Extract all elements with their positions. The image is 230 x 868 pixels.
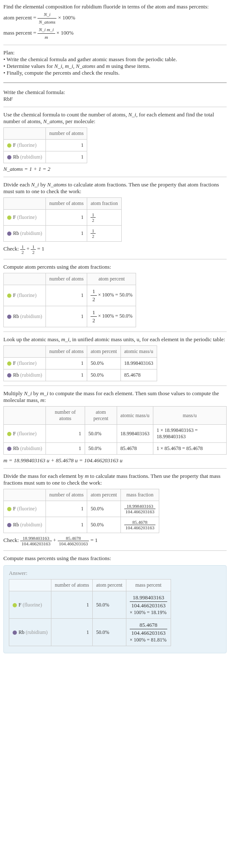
col-header: number of atoms [46,407,85,425]
atom-fraction-step: Divide each N_i by N_atoms to calculate … [3,181,227,255]
element-dot-icon [7,432,11,436]
eq2-rhs: × 100% [56,30,74,36]
element-dot-icon [13,603,17,607]
table-row: F (fluorine) 1 12 × 100% = 50.0% [4,285,136,306]
atom-percent-table: number of atomsatom percent F (fluorine)… [3,273,136,327]
divider [3,550,227,551]
answer-table: number of atomsatom percentmass percent … [9,579,171,646]
answer-label: Answer: [9,570,221,577]
intro-text: Find the elemental composition for rubid… [3,3,227,40]
check-line: Check: 18.998403163104.466203163 + 85.46… [3,536,227,546]
col-header: number of atoms [51,580,93,591]
eq1-num: N_i [44,12,51,17]
atoms-table: number of atoms F (fluorine) 1 Rb (rubid… [3,127,87,163]
intro-title: Find the elemental composition for rubid… [3,3,227,10]
col-header: atom percent [87,273,136,285]
element-dot-icon [7,294,11,298]
table-row: Rb (rubidium) 1 50.0% 85.4678 [4,369,157,381]
divider [3,45,227,45]
table-row: F (fluorine) 1 50.0% 18.998403163104.466… [9,591,171,619]
answer-box: Answer: number of atomsatom percentmass … [3,565,227,653]
col-header: number of atoms [46,273,87,285]
divider-heavy [3,82,227,83]
n-atoms-equation: N_atoms = 1 + 1 = 2 [3,166,227,173]
atom-fraction-table: number of atomsatom fraction F (fluorine… [3,197,122,242]
atom-percent-formula: atom percent = N_i N_atoms × 100% [3,11,227,25]
table-row: F (fluorine) 1 50.0% 18.998403163 1 × 18… [4,425,227,443]
table-row: F (fluorine) 1 50.0% 18.998403163104.466… [4,501,159,517]
col-header: atomic mass/u [120,346,157,358]
element-dot-icon [7,523,11,527]
divider [3,468,227,469]
atomic-mass-step: Look up the atomic mass, m_i, in unified… [3,336,227,381]
col-header: atom fraction [87,198,121,210]
col-header: mass/u [153,407,226,425]
eq1-rhs: × 100% [58,14,75,21]
divider [3,385,227,386]
table-row: Rb (rubidium) 1 50.0% 85.4678104.4662031… [9,619,171,646]
mass-fraction-step: Divide the mass for each element by m to… [3,473,227,546]
table-row: Rb (rubidium) 1 12 [4,226,122,242]
eq1-lhs: atom percent = [3,14,37,21]
divider [3,177,227,177]
col-header: number of atoms [46,489,87,501]
step-text: Use the chemical formula to count the nu… [3,111,227,125]
molecular-mass-equation: m = 18.998403163 u + 85.4678 u = 104.466… [3,457,227,464]
element-dot-icon [7,232,11,236]
col-header: number of atoms [46,128,87,140]
chemical-formula: RbF [3,96,227,102]
step-label: Write the chemical formula: [3,89,227,96]
col-header: atom percent [93,580,126,591]
col-header: number of atoms [46,198,87,210]
step-text: Compute mass percents using the mass fra… [3,555,227,562]
cell-value: 1 [46,151,87,163]
mass-compute-table: number of atomsatom percentatomic mass/u… [3,406,227,455]
table-row: Rb (rubidium) 1 50.0% 85.4678 1 × 85.467… [4,443,227,455]
element-dot-icon [7,507,11,511]
mass-percent-formula: mass percent = N_i m_i m × 100% [3,26,227,40]
divider [3,107,227,107]
eq1-frac: N_i N_atoms [37,11,56,25]
eq2-den: m [45,35,48,40]
element-dot-icon [13,631,17,635]
count-atoms-step: Use the chemical formula to count the nu… [3,111,227,173]
step-text: Compute atom percents using the atom fra… [3,264,227,270]
element-dot-icon [7,447,11,451]
table-row: Rb (rubidium) 1 50.0% 85.4678104.4662031… [4,517,159,533]
element-dot-icon [7,361,11,366]
table-row: F (fluorine) 1 12 [4,210,122,226]
table-row: F (fluorine) 1 [4,140,87,151]
divider [3,332,227,332]
eq2-num: N_i m_i [39,27,53,32]
step-text: Look up the atomic mass, m_i, in unified… [3,336,227,343]
eq2-lhs: mass percent = [3,30,37,36]
plan-heading: Plan: [3,49,227,56]
col-header: atom percent [87,346,120,358]
chemical-formula-step: Write the chemical formula: RbF [3,89,227,102]
plan-bullet: • Write the chemical formula and gather … [3,56,227,63]
atomic-mass-table: number of atomsatom percentatomic mass/u… [3,345,157,381]
plan-section: Plan: • Write the chemical formula and g… [3,49,227,76]
cell-value: 1 [46,140,87,151]
eq1-den: N_atoms [39,19,55,24]
element-dot-icon [7,373,11,377]
plan-bullet: • Determine values for N_i, m_i, N_atoms… [3,63,227,70]
table-row: Rb (rubidium) 1 12 × 100% = 50.0% [4,306,136,327]
atom-percent-step: Compute atom percents using the atom fra… [3,264,227,327]
divider [3,259,227,259]
check-line: Check: 12 + 12 = 1 [3,244,227,255]
col-header: atom percent [87,489,120,501]
col-header: number of atoms [46,346,87,358]
step-text: Multiply N_i by m_i to compute the mass … [3,390,227,404]
table-row: F (fluorine) 1 50.0% 18.998403163 [4,358,157,369]
mass-percent-step: Compute mass percents using the mass fra… [3,555,227,562]
col-header: mass fraction [120,489,159,501]
element-dot-icon [7,143,11,148]
eq2-frac: N_i m_i m [37,26,55,40]
col-header: atom percent [85,407,117,425]
plan-bullet: • Finally, compute the percents and chec… [3,70,227,76]
mass-fraction-table: number of atomsatom percentmass fraction… [3,489,159,533]
step-text: Divide the mass for each element by m to… [3,473,227,486]
step-text: Divide each N_i by N_atoms to calculate … [3,181,227,195]
col-header: mass percent [126,580,171,591]
